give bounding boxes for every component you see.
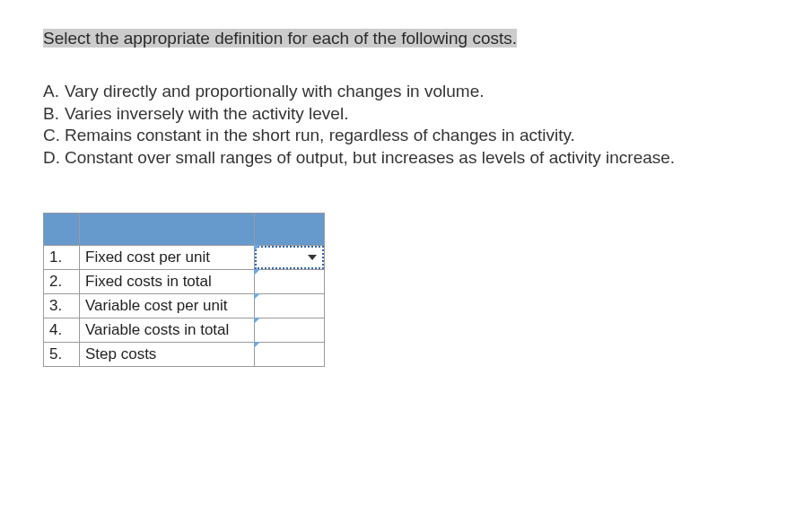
table-header-blank-label bbox=[80, 213, 255, 245]
row-number: 3. bbox=[44, 293, 80, 318]
row-number: 1. bbox=[44, 245, 80, 269]
table-row: 3. Variable cost per unit bbox=[44, 293, 325, 318]
instruction-text: Select the appropriate definition for ea… bbox=[43, 29, 517, 48]
answer-dropdown[interactable] bbox=[255, 246, 324, 269]
row-label: Variable cost per unit bbox=[80, 293, 255, 318]
row-label: Fixed costs in total bbox=[80, 269, 255, 293]
table-row: 5. Step costs bbox=[44, 342, 325, 366]
definition-text: Remains constant in the short run, regar… bbox=[65, 125, 575, 147]
definition-letter: B. bbox=[43, 103, 65, 126]
definitions-list: A. Vary directly and proportionally with… bbox=[43, 81, 752, 170]
table-row: 4. Variable costs in total bbox=[44, 318, 325, 342]
answer-dropdown[interactable] bbox=[255, 343, 324, 366]
definition-text: Constant over small ranges of output, bu… bbox=[65, 147, 675, 170]
answer-dropdown[interactable] bbox=[255, 270, 324, 293]
definition-text: Varies inversely with the activity level… bbox=[65, 103, 348, 126]
answer-dropdown[interactable] bbox=[255, 318, 324, 342]
cell-notch-icon bbox=[254, 342, 260, 348]
row-number: 4. bbox=[44, 318, 80, 342]
definition-letter: C. bbox=[43, 125, 65, 147]
answer-dropdown[interactable] bbox=[255, 294, 324, 318]
definition-text: Vary directly and proportionally with ch… bbox=[65, 81, 485, 103]
row-label: Step costs bbox=[80, 342, 255, 366]
row-number: 5. bbox=[44, 342, 80, 366]
row-label: Fixed cost per unit bbox=[80, 245, 255, 269]
table-row: 1. Fixed cost per unit bbox=[44, 245, 325, 269]
cell-notch-icon bbox=[254, 245, 260, 251]
table-header-blank-num bbox=[44, 213, 80, 245]
table-row: 2. Fixed costs in total bbox=[44, 269, 325, 293]
table-header-blank-answer bbox=[255, 213, 325, 245]
definition-letter: A. bbox=[43, 81, 65, 103]
row-label: Variable costs in total bbox=[80, 318, 255, 342]
row-number: 2. bbox=[44, 269, 80, 293]
chevron-down-icon bbox=[308, 255, 317, 260]
cell-notch-icon bbox=[254, 318, 260, 324]
definition-letter: D. bbox=[43, 147, 65, 170]
cell-notch-icon bbox=[254, 269, 260, 275]
cell-notch-icon bbox=[254, 293, 260, 300]
matching-table: 1. Fixed cost per unit 2. Fixed costs in… bbox=[43, 213, 325, 367]
